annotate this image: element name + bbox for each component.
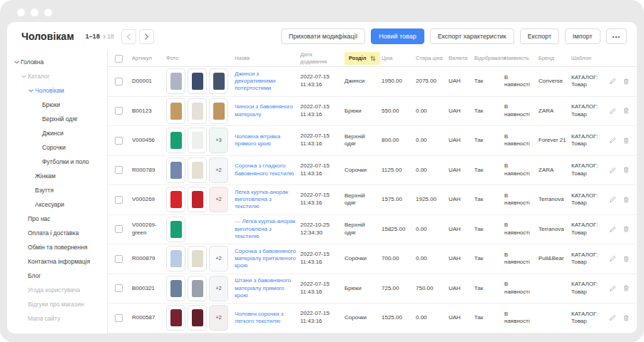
edit-icon[interactable] bbox=[609, 226, 616, 233]
delete-icon[interactable] bbox=[623, 255, 630, 263]
sidebar-item[interactable]: Оплата і доставка bbox=[14, 226, 107, 240]
row-checkbox[interactable] bbox=[115, 314, 123, 322]
more-photos-badge[interactable]: +2 bbox=[209, 305, 228, 331]
edit-icon[interactable] bbox=[609, 108, 616, 115]
delete-icon[interactable] bbox=[623, 166, 630, 174]
product-photo[interactable] bbox=[166, 246, 185, 271]
product-name-link[interactable]: Сорочка з бавовняного матеріалу притален… bbox=[235, 248, 296, 269]
edit-icon[interactable] bbox=[609, 285, 616, 292]
product-photo[interactable] bbox=[209, 68, 228, 94]
column-header-sku[interactable]: Артикул bbox=[132, 55, 166, 62]
product-photo[interactable] bbox=[166, 68, 185, 94]
sidebar-item[interactable]: Відгуки про магазин bbox=[14, 297, 107, 311]
column-header-section[interactable]: Розділ bbox=[344, 52, 380, 65]
delete-icon[interactable] bbox=[623, 107, 630, 115]
product-photo[interactable] bbox=[166, 157, 185, 183]
product-name-link[interactable]: Легка куртка-анорак виготовлена з тексти… bbox=[235, 218, 295, 239]
prev-page-button[interactable] bbox=[121, 29, 136, 44]
import-button[interactable]: Імпорт bbox=[565, 28, 600, 44]
product-name-link[interactable]: Чоловіча вітрівка прямого крою bbox=[235, 133, 280, 147]
sidebar-item[interactable]: Жінкам bbox=[14, 169, 107, 183]
more-photos-badge[interactable]: +2 bbox=[209, 246, 228, 271]
product-photo[interactable] bbox=[188, 276, 207, 301]
new-product-button[interactable]: Новий товар bbox=[371, 28, 424, 44]
sidebar-item[interactable]: Мапа сайту bbox=[14, 311, 107, 326]
product-photo[interactable] bbox=[166, 128, 185, 153]
delete-icon[interactable] bbox=[623, 196, 630, 204]
product-name-link[interactable]: Штани з бавовняного матеріалу прямого кр… bbox=[235, 277, 291, 299]
edit-icon[interactable] bbox=[609, 196, 616, 203]
more-photos-badge[interactable]: +2 bbox=[209, 157, 228, 183]
row-checkbox[interactable] bbox=[115, 284, 123, 292]
column-header-price[interactable]: Ціна bbox=[382, 55, 416, 62]
column-header-template[interactable]: Шаблон bbox=[571, 55, 607, 62]
more-actions-button[interactable]: ••• bbox=[606, 28, 627, 44]
product-name-link[interactable]: Легка куртка-анорак виготовлена з тексти… bbox=[235, 189, 288, 210]
product-photo[interactable] bbox=[188, 157, 207, 183]
column-header-name[interactable]: Назва bbox=[235, 55, 300, 62]
delete-icon[interactable] bbox=[623, 137, 630, 145]
product-photo[interactable] bbox=[166, 276, 185, 301]
edit-icon[interactable] bbox=[609, 137, 616, 144]
product-name-link[interactable]: Чиноси з бавовняного матеріалу bbox=[235, 103, 293, 117]
row-checkbox[interactable] bbox=[115, 255, 123, 263]
delete-icon[interactable] bbox=[623, 284, 630, 292]
product-photo[interactable] bbox=[166, 217, 185, 242]
product-photo[interactable] bbox=[166, 98, 185, 124]
row-checkbox[interactable] bbox=[115, 107, 123, 115]
edit-icon[interactable] bbox=[609, 255, 616, 262]
row-checkbox[interactable] bbox=[115, 78, 123, 86]
sidebar-item[interactable]: Сорочки bbox=[14, 140, 107, 155]
edit-icon[interactable] bbox=[609, 314, 616, 321]
row-checkbox[interactable] bbox=[115, 166, 123, 174]
product-name-link[interactable]: Чоловічі сорочки з легкого текстилю bbox=[235, 311, 283, 324]
sidebar-item[interactable]: Брюки bbox=[14, 98, 107, 112]
sidebar-item[interactable]: Джинси bbox=[14, 126, 107, 140]
column-header-photo[interactable]: Фото bbox=[166, 55, 235, 62]
column-header-brand[interactable]: Бренд bbox=[538, 55, 571, 62]
product-photo[interactable] bbox=[188, 128, 207, 153]
sidebar-item[interactable]: Контактна інформація bbox=[14, 254, 107, 269]
column-header-old-price[interactable]: Стара ціна bbox=[416, 55, 449, 62]
sidebar-item[interactable]: Чоловікам bbox=[14, 83, 107, 98]
sidebar-item[interactable]: Угода користувача bbox=[14, 283, 107, 297]
window-control-dot[interactable] bbox=[44, 9, 52, 16]
edit-icon[interactable] bbox=[609, 78, 616, 85]
row-checkbox[interactable] bbox=[115, 196, 123, 204]
product-photo[interactable] bbox=[209, 98, 228, 124]
hide-modifications-button[interactable]: Приховати модифікації bbox=[281, 28, 366, 44]
sidebar-item[interactable]: Головна bbox=[14, 55, 107, 69]
sidebar-item[interactable]: Взуття bbox=[14, 183, 107, 197]
next-page-button[interactable] bbox=[139, 29, 154, 44]
column-header-currency[interactable]: Валюта bbox=[449, 55, 474, 62]
product-name-link[interactable]: Сорочка з гладкого бавовняного текстилю bbox=[235, 162, 294, 176]
product-name-link[interactable]: Джинси з декоративними потертостями bbox=[235, 71, 275, 92]
sidebar-item[interactable]: Аксесуари bbox=[14, 197, 107, 212]
product-photo[interactable] bbox=[188, 305, 207, 331]
product-photo[interactable] bbox=[188, 246, 207, 271]
sidebar-item[interactable]: Каталог bbox=[14, 69, 107, 83]
sidebar-item[interactable]: Верхній одяг bbox=[14, 112, 107, 126]
sidebar-item[interactable]: Футболки и поло bbox=[14, 155, 107, 169]
delete-icon[interactable] bbox=[623, 78, 630, 86]
more-photos-badge[interactable]: +3 bbox=[209, 128, 228, 153]
product-photo[interactable] bbox=[188, 68, 207, 94]
product-photo[interactable] bbox=[166, 187, 185, 212]
select-all-checkbox[interactable] bbox=[115, 55, 123, 63]
product-photo[interactable] bbox=[166, 305, 185, 331]
row-checkbox[interactable] bbox=[115, 137, 123, 145]
more-photos-badge[interactable]: +2 bbox=[209, 187, 228, 212]
more-photos-badge[interactable]: +2 bbox=[209, 276, 228, 301]
sidebar-item[interactable]: Блог bbox=[14, 269, 107, 283]
column-header-availability[interactable]: Наявність bbox=[504, 55, 538, 62]
delete-icon[interactable] bbox=[623, 225, 630, 233]
window-control-dot[interactable] bbox=[17, 9, 25, 16]
edit-icon[interactable] bbox=[609, 167, 616, 174]
export-characteristics-button[interactable]: Експорт характеристик bbox=[430, 28, 514, 44]
delete-icon[interactable] bbox=[623, 314, 630, 322]
window-control-dot[interactable] bbox=[31, 9, 39, 16]
column-header-display[interactable]: Відображати bbox=[474, 55, 504, 62]
sidebar-item[interactable]: Про нас bbox=[14, 212, 107, 226]
column-header-date-added[interactable]: Дата додавання bbox=[300, 51, 344, 66]
export-button[interactable]: Експорт bbox=[520, 28, 559, 44]
